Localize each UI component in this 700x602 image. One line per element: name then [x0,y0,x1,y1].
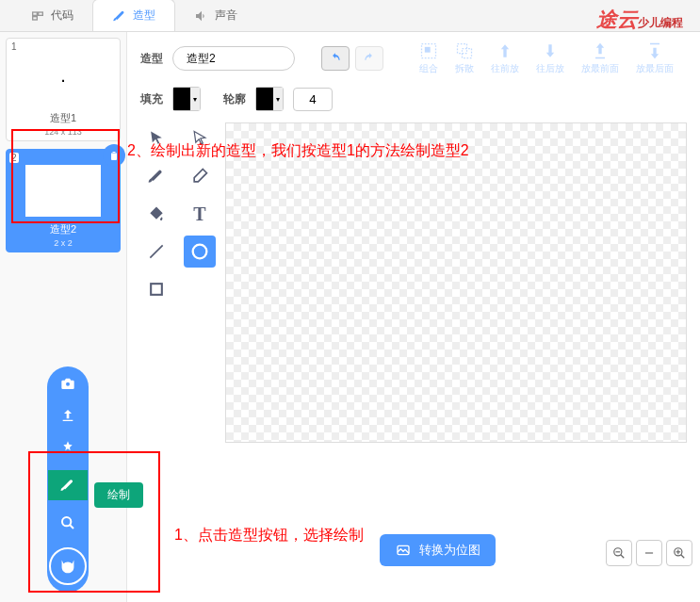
action-label: 放最前面 [581,62,619,75]
costume-name: 造型1 [7,109,120,127]
zoom-reset-button[interactable] [636,540,662,566]
circle-tool[interactable] [184,236,216,268]
front-icon [591,41,610,60]
ungroup-icon [455,41,474,60]
svg-point-19 [66,382,70,386]
convert-to-bitmap-button[interactable]: 转换为位图 [380,534,496,566]
costume-thumbnail: · [25,54,101,106]
editor-tabs: 代码 造型 声音 [0,0,700,32]
action-label: 往前放 [491,62,519,75]
zoom-controls [606,540,692,566]
zoom-in-button[interactable] [666,540,692,566]
undo-icon [328,52,343,65]
tab-costume-label: 造型 [133,8,155,24]
costume-item-1[interactable]: 1 · 造型1 124 x 113 [6,38,121,141]
costume-dimensions: 124 x 113 [7,127,120,140]
brush-icon [112,8,127,24]
tab-sound[interactable]: 声音 [175,0,256,31]
convert-label: 转换为位图 [419,542,480,559]
paint-icon [59,477,76,494]
sound-icon [194,8,209,24]
action-label: 放最后面 [636,62,674,75]
stroke-width-input[interactable] [293,88,333,111]
action-label: 往后放 [536,62,564,75]
zoom-out-icon [612,546,626,560]
brand-logo: 途云少儿编程 [596,6,683,34]
camera-button[interactable] [55,374,81,393]
costume-number: 1 [9,41,19,52]
action-label: 拆散 [455,62,474,75]
tab-costume[interactable]: 造型 [92,0,175,31]
svg-line-18 [681,555,685,559]
svg-rect-9 [151,284,162,295]
search-icon [60,515,75,530]
tab-code[interactable]: 代码 [11,0,92,31]
forward-button[interactable]: 往前放 [491,41,519,75]
upload-icon [60,408,75,423]
svg-line-7 [150,245,162,257]
svg-rect-2 [33,16,38,19]
costume-number: 2 [9,153,19,163]
annotation-text-1: 1、点击造型按钮，选择绘制 [174,526,364,545]
costume-editor: 造型 组合 拆散 往前放 往后放 放最前面 放最后面 填充 ▾ 轮廓 ▾ [127,32,700,602]
search-button[interactable] [55,513,81,532]
redo-button[interactable] [355,46,383,71]
zoom-in-icon [673,546,686,560]
drawing-tools: T [140,122,225,443]
text-icon: T [193,203,205,225]
drawing-canvas[interactable] [225,122,687,443]
svg-rect-4 [425,47,431,53]
ungroup-button[interactable]: 拆散 [455,41,474,75]
eraser-tool[interactable] [184,160,216,192]
line-icon [147,242,166,261]
costume-item-2[interactable]: 2 造型2 2 x 2 [6,149,121,252]
svg-point-20 [62,517,71,526]
back-button[interactable]: 放最后面 [636,41,674,75]
redo-icon [362,52,377,65]
upload-button[interactable] [55,406,81,425]
brush-tool[interactable] [140,160,172,192]
undo-button[interactable] [321,46,350,71]
tab-sound-label: 声音 [215,8,237,24]
brush-tool-icon [147,167,166,186]
action-label: 组合 [419,62,438,75]
image-icon [395,543,412,558]
costume-name-input[interactable] [172,46,295,71]
svg-rect-0 [33,12,38,15]
zoom-out-button[interactable] [606,540,632,566]
paint-bucket-icon [147,204,166,223]
circle-icon [189,241,210,262]
paint-tooltip: 绘制 [94,482,143,508]
line-tool[interactable] [140,236,172,268]
square-icon [147,280,166,299]
fill-color-picker[interactable]: ▾ [172,87,201,111]
front-button[interactable]: 放最前面 [581,41,619,75]
fill-label: 填充 [140,91,163,107]
backward-icon [541,41,560,60]
backward-button[interactable]: 往后放 [536,41,564,75]
group-button[interactable]: 组合 [419,41,438,75]
surprise-icon [59,440,76,455]
tab-code-label: 代码 [51,8,73,24]
back-icon [645,41,664,60]
paint-button[interactable] [48,470,88,500]
rect-tool[interactable] [140,273,172,305]
add-costume-menu [47,366,89,593]
group-icon [419,41,438,60]
svg-rect-1 [39,12,43,15]
camera-icon [59,376,76,391]
add-sprite-button[interactable] [49,547,87,585]
fill-tool[interactable] [140,198,172,230]
costume-name-label: 造型 [140,51,163,67]
eraser-icon [190,167,209,186]
cat-icon [57,556,78,577]
surprise-button[interactable] [55,438,81,457]
delete-costume-button[interactable] [103,144,125,167]
annotation-text-2: 2、绘制出新的造型，我们按造型1的方法绘制造型2 [127,141,469,161]
stroke-label: 轮廓 [223,91,246,107]
text-tool[interactable]: T [184,198,216,230]
stroke-color-picker[interactable]: ▾ [255,87,284,111]
zoom-reset-icon [643,546,656,560]
costume-dimensions: 2 x 2 [7,238,120,252]
forward-icon [496,41,514,60]
